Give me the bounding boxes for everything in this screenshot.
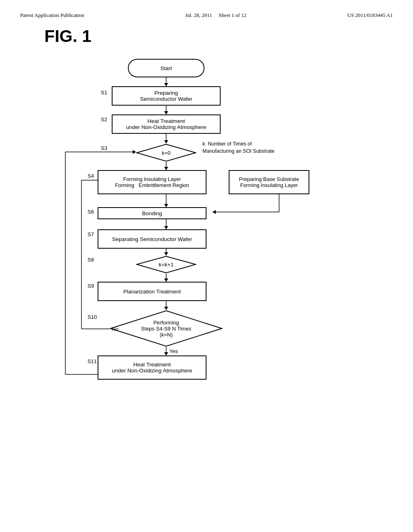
svg-marker-1: [164, 83, 168, 86]
figure-title: FIG. 1: [44, 27, 393, 46]
s9-step-label: S9: [88, 283, 94, 289]
s1-label: PreparingSemiconductor Wafer: [140, 90, 192, 102]
s3-step-label: S3: [101, 145, 107, 151]
s2-label: Heat Treatmentunder Non-Oxidizing Atmosp…: [126, 118, 206, 130]
s9-label: Planarization Treatment: [123, 289, 181, 295]
s4-step-label: S4: [88, 173, 94, 179]
header-patent-number: US 2011/0183445 A1: [347, 12, 393, 18]
s8-label: k=k+1: [159, 262, 174, 268]
header-center: Jul. 28, 2011 Sheet 1 of 12: [185, 12, 246, 19]
svg-marker-5: [164, 140, 168, 143]
s4-label: Forming Insulating LayerForming Embrittl…: [115, 176, 189, 188]
header: Patent Application Publication Jul. 28, …: [20, 12, 393, 19]
s1-step-label: S1: [101, 89, 107, 96]
header-left: Patent Application Publication: [20, 12, 84, 19]
s5-node: Preparing Base SubstrateForming Insulati…: [229, 170, 309, 194]
s10-no-label: No: [112, 326, 119, 332]
s6-step-label: S6: [88, 209, 94, 215]
s9-node: Planarization Treatment: [98, 282, 206, 301]
svg-marker-14: [164, 226, 168, 229]
svg-marker-10: [213, 210, 216, 214]
s10-node: PerformingSteps S4-S9 N Times(k=N): [110, 310, 223, 347]
s5-label: Preparing Base SubstrateForming Insulati…: [239, 176, 299, 188]
svg-marker-20: [164, 307, 168, 310]
header-publication-label: Patent Application Publication: [20, 12, 84, 18]
s10-step-label: S10: [88, 314, 97, 320]
s3-node: k=0: [136, 143, 196, 162]
s3-label: k=0: [162, 150, 171, 156]
s10-yes-label: Yes: [169, 348, 178, 354]
s7-label: Separating Semiconductor Wafer: [112, 236, 192, 242]
s3-annotation: k: Number of Times ofManufacturing an SO…: [202, 141, 275, 155]
svg-marker-18: [164, 278, 168, 282]
flowchart: Start S1 PreparingSemiconductor Wafer S2…: [41, 54, 372, 481]
header-date: Jul. 28, 2011: [185, 12, 212, 18]
s1-node: PreparingSemiconductor Wafer: [112, 86, 221, 106]
svg-marker-7: [164, 167, 168, 170]
svg-marker-3: [164, 111, 168, 114]
s7-node: Separating Semiconductor Wafer: [98, 229, 206, 249]
header-right: US 2011/0183445 A1: [347, 12, 393, 19]
s6-node: Bonding: [98, 207, 206, 219]
svg-marker-12: [164, 204, 168, 207]
s2-step-label: S2: [101, 116, 107, 123]
header-sheet: Sheet 1 of 12: [219, 12, 246, 18]
svg-marker-16: [164, 252, 168, 256]
s4-node: Forming Insulating LayerForming Embrittl…: [98, 170, 206, 194]
svg-marker-22: [164, 352, 168, 355]
page: Patent Application Publication Jul. 28, …: [0, 0, 413, 532]
s6-label: Bonding: [142, 210, 162, 216]
s7-step-label: S7: [88, 231, 94, 237]
s8-node: k=k+1: [136, 256, 196, 274]
s11-label: Heat Treatmentunder Non-Oxidizing Atmosp…: [112, 362, 192, 374]
s8-step-label: S8: [88, 257, 94, 263]
s11-step-label: S11: [88, 358, 97, 364]
svg-marker-30: [133, 150, 136, 154]
start-label: Start: [161, 65, 172, 71]
s11-node: Heat Treatmentunder Non-Oxidizing Atmosp…: [98, 355, 206, 380]
s2-node: Heat Treatmentunder Non-Oxidizing Atmosp…: [112, 114, 221, 134]
start-node: Start: [128, 59, 204, 77]
s10-label: PerformingSteps S4-S9 N Times(k=N): [141, 320, 191, 338]
